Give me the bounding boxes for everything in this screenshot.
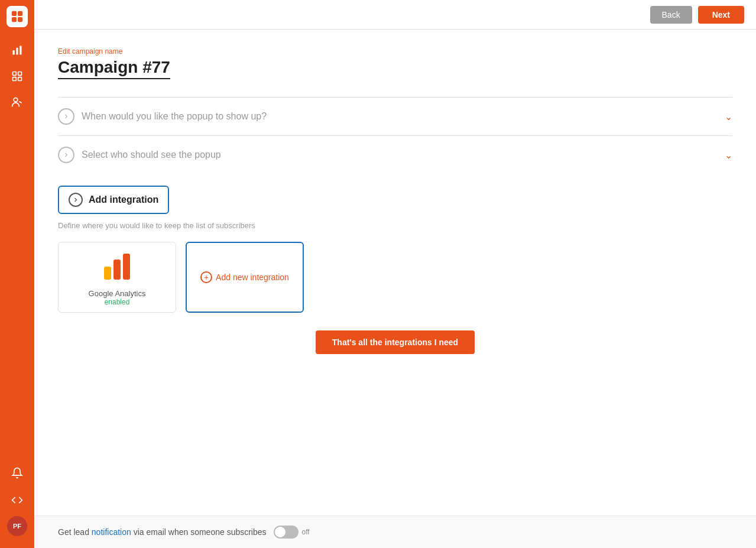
toggle-thumb (275, 527, 285, 537)
svg-rect-12 (104, 267, 111, 280)
main-content: Back Next Edit campaign name Campaign #7… (34, 0, 756, 548)
google-analytics-label: Google Analytics (89, 289, 146, 298)
done-integrations-button[interactable]: That's all the integrations I need (316, 330, 475, 354)
accordion-icon-audience (58, 147, 74, 163)
edit-campaign-label[interactable]: Edit campaign name (58, 47, 732, 56)
svg-rect-10 (18, 77, 22, 81)
integration-section: Add integration Define where you would l… (58, 174, 732, 378)
svg-rect-14 (123, 254, 130, 280)
svg-rect-6 (20, 46, 21, 55)
next-button[interactable]: Next (698, 6, 744, 24)
svg-rect-5 (16, 48, 18, 55)
sidebar-item-notifications[interactable] (6, 462, 28, 484)
add-circle-icon: + (200, 271, 212, 283)
back-button[interactable]: Back (650, 6, 692, 24)
svg-rect-2 (12, 17, 17, 22)
sidebar: PF (0, 0, 34, 548)
add-new-label: Add new integration (216, 273, 289, 282)
sidebar-item-users[interactable] (6, 91, 28, 114)
accordion-title-audience: Select who should see the popup (82, 150, 221, 160)
chevron-down-icon-audience: ⌄ (725, 150, 732, 161)
app-logo[interactable] (7, 6, 28, 27)
add-new-integration-button[interactable]: + Add new integration (200, 271, 289, 283)
toggle-label: off (302, 528, 310, 536)
chevron-down-icon-timing: ⌄ (725, 111, 732, 122)
integration-card-google-analytics[interactable]: Google Analytics enabled (58, 242, 176, 313)
svg-rect-1 (18, 11, 22, 16)
notification-toggle[interactable]: off (274, 526, 310, 539)
svg-point-11 (14, 98, 18, 102)
google-analytics-status: enabled (105, 298, 130, 306)
integration-cards: Google Analytics enabled + Add new integ… (58, 242, 732, 313)
svg-rect-0 (12, 11, 17, 16)
toggle-track[interactable] (274, 526, 298, 539)
done-button-wrap: That's all the integrations I need (58, 330, 732, 354)
integration-header[interactable]: Add integration (58, 186, 169, 214)
accordion-header-timing[interactable]: When would you like the popup to show up… (58, 108, 732, 125)
accordion-popup-timing: When would you like the popup to show up… (58, 97, 732, 135)
sidebar-item-analytics[interactable] (6, 39, 28, 61)
svg-rect-3 (18, 17, 22, 22)
integration-header-icon (69, 193, 83, 207)
campaign-title: Campaign #77 (58, 58, 170, 79)
svg-rect-7 (13, 72, 17, 76)
integration-subtitle: Define where you would like to keep the … (58, 221, 732, 230)
sidebar-item-dashboard[interactable] (6, 65, 28, 87)
sidebar-nav (6, 39, 28, 462)
sidebar-item-code[interactable] (6, 489, 28, 511)
accordion-popup-audience: Select who should see the popup ⌄ (58, 135, 732, 174)
footer-text: Get lead notification via email when som… (58, 527, 267, 537)
user-avatar[interactable]: PF (7, 516, 27, 536)
page-area: Edit campaign name Campaign #77 When wou… (34, 30, 756, 515)
topbar: Back Next (34, 0, 756, 30)
integration-card-add-new[interactable]: + Add new integration (186, 242, 304, 313)
svg-rect-13 (113, 260, 121, 280)
accordion-header-audience[interactable]: Select who should see the popup ⌄ (58, 147, 732, 163)
accordion-icon-timing (58, 108, 74, 125)
footer-bar: Get lead notification via email when som… (34, 515, 756, 548)
svg-rect-9 (13, 77, 17, 81)
svg-rect-8 (18, 72, 22, 76)
sidebar-bottom: PF (6, 462, 28, 542)
integration-title: Add integration (89, 194, 158, 205)
svg-rect-4 (13, 50, 15, 55)
campaign-header: Edit campaign name Campaign #77 (58, 47, 732, 97)
accordion-title-timing: When would you like the popup to show up… (82, 111, 267, 122)
